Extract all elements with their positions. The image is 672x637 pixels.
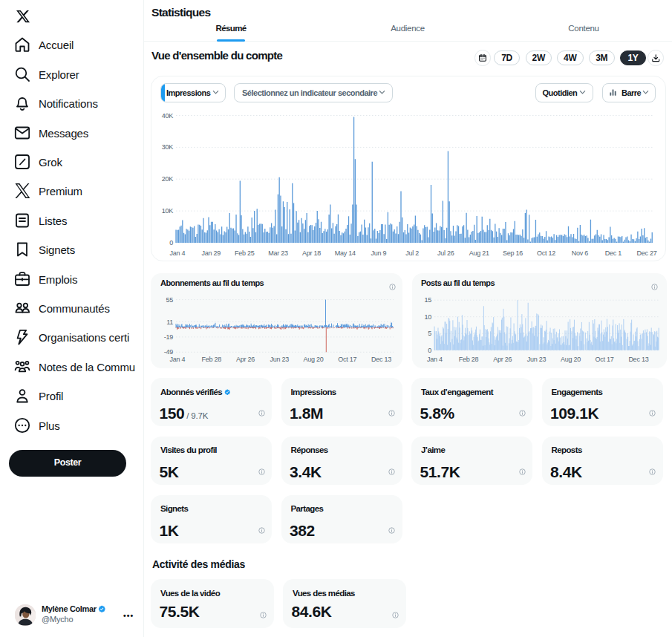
svg-text:20K: 20K xyxy=(162,175,174,183)
svg-text:Dec 27: Dec 27 xyxy=(637,249,657,257)
svg-text:Feb 28: Feb 28 xyxy=(459,356,479,363)
svg-text:Jan 29: Jan 29 xyxy=(201,249,221,257)
svg-text:0: 0 xyxy=(169,239,173,246)
svg-text:Jun 23: Jun 23 xyxy=(527,356,547,363)
svg-text:Oct 17: Oct 17 xyxy=(596,356,614,363)
svg-text:Apr 18: Apr 18 xyxy=(302,249,321,257)
svg-text:Jun 23: Jun 23 xyxy=(270,356,289,363)
svg-text:Dec 1: Dec 1 xyxy=(605,249,622,257)
svg-text:15: 15 xyxy=(424,296,431,304)
svg-text:Aug 20: Aug 20 xyxy=(303,356,323,363)
svg-text:Jul 26: Jul 26 xyxy=(437,249,454,257)
svg-text:May 14: May 14 xyxy=(335,249,356,257)
svg-text:Apr 26: Apr 26 xyxy=(493,356,512,363)
svg-text:Sep 16: Sep 16 xyxy=(503,249,523,257)
svg-text:40K: 40K xyxy=(162,112,174,120)
svg-text:5: 5 xyxy=(428,330,431,337)
svg-text:Apr 26: Apr 26 xyxy=(236,356,255,363)
svg-text:Nov 6: Nov 6 xyxy=(572,249,589,257)
svg-text:Oct 17: Oct 17 xyxy=(338,356,356,363)
svg-text:Dec 13: Dec 13 xyxy=(371,356,391,363)
svg-text:Jan 4: Jan 4 xyxy=(170,249,186,257)
svg-text:-19: -19 xyxy=(164,333,174,341)
svg-text:10K: 10K xyxy=(162,207,174,215)
svg-text:11: 11 xyxy=(166,318,173,326)
svg-text:Feb 28: Feb 28 xyxy=(202,356,222,363)
svg-text:-49: -49 xyxy=(164,348,174,356)
svg-text:10: 10 xyxy=(424,313,431,321)
svg-text:Jun 9: Jun 9 xyxy=(371,249,387,257)
svg-text:Dec 13: Dec 13 xyxy=(628,356,648,363)
svg-text:30K: 30K xyxy=(162,143,174,151)
svg-text:55: 55 xyxy=(166,296,173,304)
svg-text:Mar 23: Mar 23 xyxy=(268,249,288,257)
svg-text:0: 0 xyxy=(428,347,431,354)
svg-text:Oct 12: Oct 12 xyxy=(537,249,555,257)
svg-text:Jul 2: Jul 2 xyxy=(405,249,419,257)
svg-text:Jan 4: Jan 4 xyxy=(427,356,443,363)
svg-text:Jan 4: Jan 4 xyxy=(170,356,186,363)
svg-text:Aug 20: Aug 20 xyxy=(561,356,581,363)
svg-text:Feb 25: Feb 25 xyxy=(235,249,255,257)
svg-text:Aug 21: Aug 21 xyxy=(469,249,489,257)
